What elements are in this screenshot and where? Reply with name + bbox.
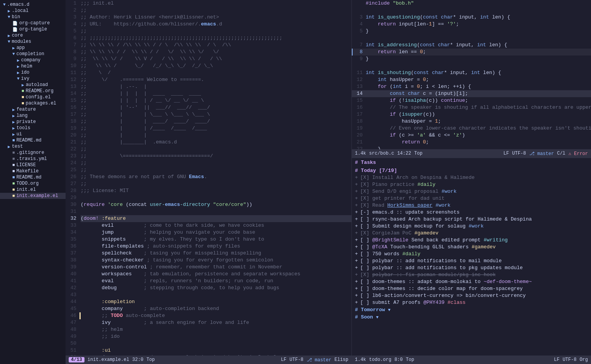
sidebar-item-readme-md[interactable]: ■ README.md: [0, 174, 66, 180]
sidebar-item-gitignore[interactable]: ■ .gitignore: [0, 150, 66, 156]
folder-closed-icon: ▶: [22, 83, 24, 88]
task-item-1: + [X] Install Arch on Despina & Halimede: [352, 174, 591, 181]
task-item-9: + [X] CorgieJam PoC #gamedev: [352, 230, 591, 237]
sidebar-label: company: [21, 57, 41, 63]
tasks-tomorrow-heading[interactable]: # Tomorrow ▼: [352, 306, 591, 313]
sidebar-item-makefile[interactable]: ■ Makefile: [0, 168, 66, 174]
sidebar-item-org-tangle[interactable]: 📄 org-tangle: [0, 26, 66, 32]
sidebar-item-company[interactable]: ▶ company: [0, 57, 66, 63]
code-line-51: 51 :ui: [66, 347, 351, 354]
sidebar-item-init-el[interactable]: ■ init.el: [0, 187, 66, 193]
md-file-icon: ■: [12, 138, 15, 143]
sidebar-label: Makefile: [17, 169, 39, 174]
tasks-soon-heading[interactable]: # Soon ▼: [352, 313, 591, 321]
tasks-status-bar: 1.4k todo.org 8:0 Top LF UTF-8 Org: [352, 356, 591, 364]
folder-closed-icon: ▶: [17, 64, 20, 69]
task-item-15: + [X] polybar :: fix pacman module/pkg i…: [352, 271, 591, 278]
c-line-12: 12 int hasUpper = 0;: [352, 76, 591, 83]
file-tree-sidebar: ▼ .emacs.d ▶ .local ▼ bin 📄 org-capture …: [0, 0, 66, 364]
sidebar-label: .travis.yml: [17, 156, 47, 162]
sidebar-item-readme-org[interactable]: ■ README.org: [0, 88, 66, 94]
sidebar-item-emacs-d[interactable]: ▼ .emacs.d: [0, 2, 66, 8]
sidebar-item-autoload[interactable]: ▶ autoload: [0, 82, 66, 88]
sidebar-item-ivy[interactable]: ▼ ivy: [0, 76, 66, 82]
sidebar-label: packages.el: [26, 101, 56, 106]
branch-c: ⎇ master: [529, 151, 554, 157]
sidebar-label: lang: [17, 113, 28, 118]
sidebar-label: config.el: [26, 94, 51, 100]
line-ending-c: LF: [503, 151, 509, 156]
sidebar-item-modules[interactable]: ▼ modules: [0, 39, 66, 45]
right-bottom-pane: # Tasks # Today [7/19] + [X] Install Arc…: [352, 158, 591, 364]
sidebar-label: README.md: [17, 175, 42, 180]
tasks-scroll: Top: [406, 357, 414, 362]
error-indicator: ⚠ Error: [569, 151, 588, 157]
sidebar-item-local[interactable]: ▶ .local: [0, 8, 66, 14]
sidebar-item-core[interactable]: ▶ core: [0, 32, 66, 39]
left-code-area[interactable]: 1 ;;; init.el 2 ;; 3 ;; Author: Henrik L…: [66, 0, 351, 356]
code-line-41: 41 eval ; repls, runners 'n builders; ru…: [66, 278, 351, 285]
sidebar-label: org-capture: [19, 20, 50, 26]
code-line-33: 33 evil ; come to the dark side, we have…: [66, 222, 351, 229]
scroll-c: Top: [414, 151, 423, 156]
sidebar-label: helm: [21, 64, 32, 69]
sidebar-item-completion[interactable]: ▼ completion: [0, 51, 66, 57]
folder-open-icon: ▼: [12, 52, 15, 56]
c-line-19: 19 // Even one lower-case character indi…: [352, 125, 591, 132]
line-ending: LF: [281, 357, 286, 362]
right-top-pane: #include "bob.h" 3 int is_questioning(co…: [352, 0, 591, 158]
c-line-17: 17 if (isupper(c)): [352, 111, 591, 118]
code-line-9: 9 ;; \\ \\ \/ / \\ V / / \\ \\ \\ / / \\: [66, 56, 351, 62]
code-line-27: 27 ;;: [66, 180, 351, 187]
sidebar-item-test[interactable]: ▶ test: [0, 143, 66, 150]
folder-open-icon: ▼: [17, 76, 20, 81]
sidebar-item-app[interactable]: ▶ app: [0, 45, 66, 51]
buffer-position-indicator: 4/13: [69, 357, 84, 362]
sidebar-item-ui[interactable]: ▶ ui: [0, 131, 66, 137]
sidebar-label: ivy: [21, 76, 30, 81]
sidebar-item-bin[interactable]: ▼ bin: [0, 14, 66, 20]
task-item-4: + [X] get printer for dad unit: [352, 195, 591, 202]
right-split-container: #include "bob.h" 3 int is_questioning(co…: [352, 0, 591, 364]
sidebar-item-license[interactable]: ■ LICENSE: [0, 162, 66, 168]
code-line-49: 49 ;; ido: [66, 333, 351, 340]
lang-c: C/l: [557, 151, 566, 156]
sidebar-item-tools[interactable]: ▶ tools: [0, 125, 66, 131]
sidebar-item-org-capture[interactable]: 📄 org-capture: [0, 20, 66, 26]
code-line-5: 5 ;;: [66, 28, 351, 35]
org-file-icon: ■: [12, 181, 15, 186]
sidebar-item-readme-md-modules[interactable]: ■ README.md: [0, 137, 66, 143]
tasks-mode: Org: [579, 357, 588, 362]
right-top-code-area[interactable]: #include "bob.h" 3 int is_questioning(co…: [352, 0, 591, 149]
sidebar-item-travis[interactable]: ■ .travis.yml: [0, 156, 66, 162]
sidebar-item-config-el[interactable]: ■ config.el: [0, 94, 66, 100]
sidebar-item-init-example-el[interactable]: ■ init.example.el: [0, 193, 66, 199]
task-item-5: + [X] Read HorkSimms paper #work: [352, 202, 591, 209]
tasks-today-heading: # Today [7/19]: [352, 166, 591, 174]
scroll-position: Top: [147, 357, 155, 362]
c-line-10: [352, 62, 591, 69]
c-line-20: 20 if (c >= 'a' && c <= 'z'): [352, 132, 591, 139]
sidebar-item-ido[interactable]: ▶ ido: [0, 69, 66, 76]
sidebar-label: app: [17, 45, 25, 51]
code-line-19: 19 ;; | | /____ /____ /____: [66, 125, 351, 132]
left-editor-content[interactable]: 1 ;;; init.el 2 ;; 3 ;; Author: Henrik L…: [66, 0, 351, 356]
sidebar-item-helm[interactable]: ▶ helm: [0, 63, 66, 69]
cursor-position: 32:0: [132, 357, 144, 362]
sidebar-label: modules: [12, 39, 31, 44]
sidebar-item-todo-org[interactable]: ■ TODO.org: [0, 180, 66, 187]
tasks-panel[interactable]: # Tasks # Today [7/19] + [X] Install Arc…: [352, 158, 591, 356]
folder-open-icon: ▼: [3, 2, 6, 7]
el-file-icon: ■: [12, 194, 15, 198]
sidebar-item-feature[interactable]: ▶ feature: [0, 106, 66, 113]
code-line-23: 23 ;; \=============================/: [66, 153, 351, 160]
sidebar-item-packages-el[interactable]: ■ packages.el: [0, 100, 66, 106]
sidebar-label: init.el: [17, 187, 36, 192]
tasks-filesize: 1.4k: [355, 357, 366, 362]
sidebar-item-private[interactable]: ▶ private: [0, 119, 66, 125]
filename-c: src/bob.c: [369, 151, 394, 156]
task-item-10: + [ ] @BrightSmile Send back edited prom…: [352, 237, 591, 244]
code-line-21: 21 ;; |_______| .emacs.d: [66, 139, 351, 146]
sidebar-item-lang[interactable]: ▶ lang: [0, 113, 66, 119]
code-line-44: 44 :completion: [66, 298, 351, 305]
